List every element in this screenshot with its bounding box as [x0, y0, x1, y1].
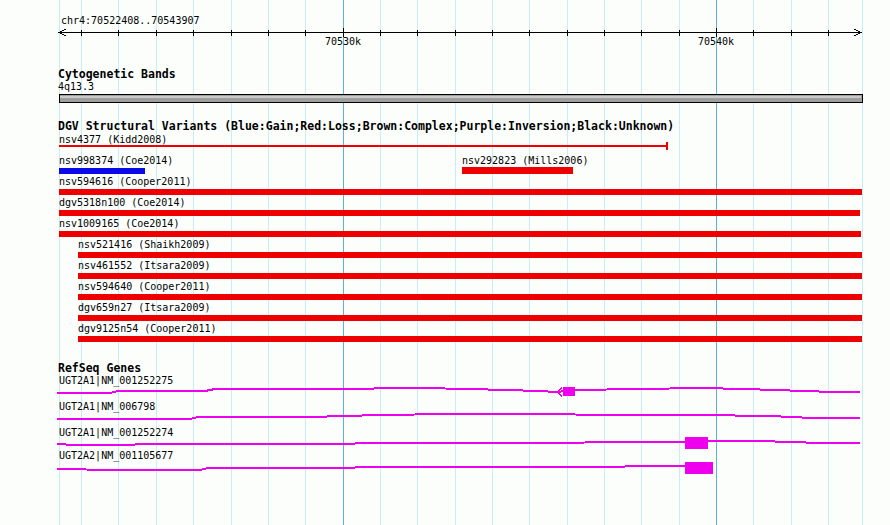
gene-intron-line[interactable]	[57, 441, 860, 445]
gene-label[interactable]: UGT2A2|NM_001105677	[59, 450, 173, 462]
variant-bar[interactable]	[59, 168, 145, 174]
variant-label[interactable]: dgv9125n54 (Cooper2011)	[78, 323, 216, 335]
variant-label[interactable]: nsv594616 (Cooper2011)	[59, 176, 191, 188]
variant-bar[interactable]	[78, 273, 862, 279]
ruler-tick-label: 70540k	[696, 36, 736, 48]
variant-bar[interactable]	[78, 252, 862, 258]
variant-bar[interactable]	[59, 231, 861, 237]
gene-exon[interactable]	[563, 387, 575, 396]
variant-bar[interactable]	[59, 189, 862, 195]
variant-label[interactable]: nsv461552 (Itsara2009)	[78, 260, 210, 272]
variant-label[interactable]: nsv521416 (Shaikh2009)	[78, 239, 210, 251]
gene-intron-line[interactable]	[57, 388, 860, 393]
variant-label[interactable]: dgv659n27 (Itsara2009)	[78, 302, 210, 314]
variant-bar[interactable]	[78, 294, 862, 300]
variant-bar[interactable]	[78, 315, 862, 321]
variant-label[interactable]: nsv594640 (Cooper2011)	[78, 281, 210, 293]
gene-label[interactable]: UGT2A1|NM_001252274	[59, 427, 173, 439]
variant-bar[interactable]	[462, 167, 573, 174]
variant-label[interactable]: nsv4377 (Kidd2008)	[59, 134, 167, 146]
variant-label[interactable]: nsv1009165 (Coe2014)	[59, 218, 179, 230]
region-title: chr4:70522408..70543907	[61, 15, 199, 27]
ruler-tick-label: 70530k	[323, 36, 363, 48]
genome-browser-panel: chr4:70522408..70543907 Cytogenetic Band…	[0, 0, 890, 525]
variant-bar[interactable]	[78, 336, 862, 342]
cytoband-label: 4q13.3	[58, 81, 94, 93]
variant-label[interactable]: nsv292823 (Mills2006)	[462, 155, 588, 167]
gene-intron-line[interactable]	[57, 466, 686, 470]
gene-exon[interactable]	[685, 462, 713, 474]
gene-intron-line[interactable]	[57, 414, 860, 419]
cytoband[interactable]	[59, 94, 862, 102]
refseq-track-header: RefSeq Genes	[58, 362, 141, 375]
gene-label[interactable]: UGT2A1|NM_006798	[59, 401, 155, 413]
cytogenetic-bands-header: Cytogenetic Bands	[58, 68, 176, 81]
variant-bar[interactable]	[59, 210, 860, 216]
variant-label[interactable]: nsv998374 (Coe2014)	[59, 155, 173, 167]
variant-end-tick	[666, 142, 668, 150]
cytoband-highlight	[60, 96, 861, 98]
gene-exon[interactable]	[685, 437, 708, 449]
variant-label[interactable]: dgv5318n100 (Coe2014)	[59, 197, 185, 209]
dgv-track-header: DGV Structural Variants (Blue:Gain;Red:L…	[58, 120, 674, 133]
gene-label[interactable]: UGT2A1|NM_001252275	[59, 375, 173, 387]
